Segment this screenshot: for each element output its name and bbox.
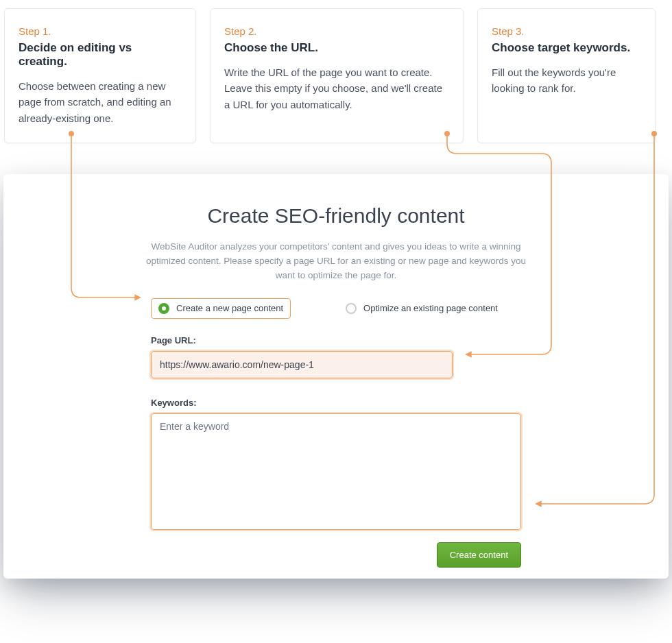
keywords-label: Keywords: [151,398,521,408]
step-number: Step 3. [492,25,641,37]
radio-create-new-page[interactable]: Create a new page content [151,298,291,319]
step-number: Step 1. [19,25,182,37]
panel-subtitle: WebSite Auditor analyzes your competitor… [144,240,528,283]
page-url-label: Page URL: [151,335,521,345]
step-title: Choose target keywords. [492,41,641,55]
create-content-button[interactable]: Create content [437,542,521,568]
step-title: Choose the URL. [224,41,449,55]
page-url-input[interactable] [151,351,453,378]
step-title: Decide on editing vs creating. [19,41,182,69]
mode-radio-group: Create a new page content Optimize an ex… [151,298,521,319]
panel-title: Create SEO-friendly content [31,204,641,228]
step-card-2: Step 2. Choose the URL. Write the URL of… [210,8,464,143]
radio-label: Create a new page content [176,303,283,313]
radio-optimize-existing[interactable]: Optimize an existing page content [339,299,505,318]
step-description: Choose between creating a new page from … [19,78,182,126]
step-description: Fill out the keywords you're looking to … [492,64,641,97]
steps-row: Step 1. Decide on editing vs creating. C… [4,8,672,143]
form-area: Create a new page content Optimize an ex… [151,298,521,568]
step-card-1: Step 1. Decide on editing vs creating. C… [4,8,196,143]
radio-label: Optimize an existing page content [363,303,498,313]
step-number: Step 2. [224,25,449,37]
content-editor-panel: Create SEO-friendly content WebSite Audi… [3,174,669,579]
radio-dot-icon [346,303,357,314]
keywords-input[interactable] [151,413,521,530]
radio-dot-icon [158,303,169,314]
step-card-3: Step 3. Choose target keywords. Fill out… [477,8,656,143]
step-description: Write the URL of the page you want to cr… [224,64,449,112]
